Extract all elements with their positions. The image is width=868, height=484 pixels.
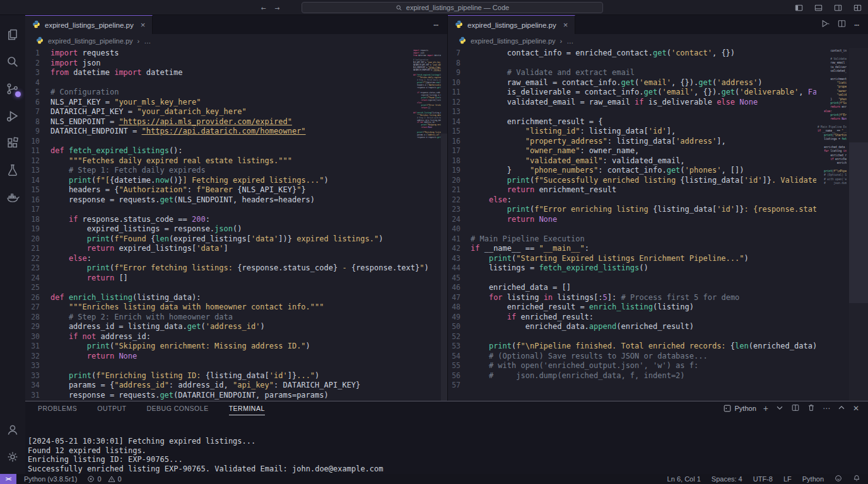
code-line: 55 # with open('enriched_output.json', '… xyxy=(448,361,816,371)
testing-icon[interactable] xyxy=(0,156,25,183)
code-text: print("Starting Expired Listings Enrichm… xyxy=(471,254,749,264)
new-terminal-icon[interactable]: + xyxy=(763,403,768,413)
forward-button[interactable]: → xyxy=(275,3,280,13)
line-number: 45 xyxy=(448,274,471,284)
code-text: enriched_result = enrich_listing(listing… xyxy=(471,302,694,313)
docker-icon[interactable] xyxy=(0,183,25,210)
code-line: 24 return None xyxy=(448,215,816,225)
command-center-search[interactable]: expired_listings_pipeline — Code xyxy=(302,2,603,13)
toggle-panel-icon[interactable] xyxy=(812,3,824,13)
tab-close-icon[interactable]: × xyxy=(141,20,146,30)
code-line: 3from datetime import datetime xyxy=(25,68,440,78)
code-text: # Main Pipeline Execution xyxy=(471,234,585,245)
line-number: 21 xyxy=(25,244,50,254)
editor-more-actions-icon[interactable]: ⋯ xyxy=(854,20,859,30)
breadcrumb[interactable]: expired_listings_pipeline.py › … xyxy=(448,34,868,48)
python-interpreter-status[interactable]: Python (v3.8.5r1) xyxy=(24,475,77,483)
status-item-utf-8[interactable]: UTF-8 xyxy=(753,475,773,483)
status-item-ln-6-col-1[interactable]: Ln 6, Col 1 xyxy=(667,475,701,483)
source-control-icon[interactable] xyxy=(0,75,25,102)
line-number: 14 xyxy=(25,176,50,186)
panel-tab-output[interactable]: OUTPUT xyxy=(97,401,126,415)
maximize-panel-icon[interactable] xyxy=(837,403,846,414)
account-icon[interactable] xyxy=(0,416,25,443)
code-text: # with open('enriched_output.json', 'w')… xyxy=(471,361,698,371)
customize-layout-icon[interactable] xyxy=(852,3,863,13)
code-line: 30 if not address_id: xyxy=(25,332,440,342)
search-icon[interactable] xyxy=(0,48,25,75)
code-line: 19 } "phone_numbers": contact_info.get('… xyxy=(448,166,816,176)
panel-tab-problems[interactable]: PROBLEMS xyxy=(38,401,77,415)
breadcrumb[interactable]: expired_listings_pipeline.py › … xyxy=(25,34,447,48)
extensions-icon[interactable] xyxy=(0,129,25,156)
line-number: 47 xyxy=(448,293,471,303)
code-text: import json xyxy=(50,59,100,69)
line-number: 22 xyxy=(25,254,50,264)
code-text: else: xyxy=(50,254,91,264)
panel-tab-terminal[interactable]: TERMINAL xyxy=(229,401,265,415)
breadcrumb-separator: › xyxy=(138,37,140,45)
code-text: print(f"Error enriching listing {listing… xyxy=(471,205,816,215)
code-line: 13 xyxy=(448,107,816,117)
panel-header: PROBLEMSOUTPUTDEBUG CONSOLETERMINAL Pyth… xyxy=(0,401,868,415)
minimap[interactable]: contact_info = enriched_contact.get('con… xyxy=(818,49,847,192)
back-button[interactable]: ← xyxy=(261,3,266,13)
problems-status[interactable]: 0 0 xyxy=(87,475,121,483)
line-number: 32 xyxy=(25,352,50,362)
editor-more-actions-icon[interactable]: ⋯ xyxy=(433,20,438,30)
code-line: 26def enrich_listing(listing_data): xyxy=(25,293,440,303)
settings-icon[interactable] xyxy=(0,443,25,470)
line-number: 46 xyxy=(448,283,471,293)
minimap[interactable]: import requestsimport jsonfrom datetime … xyxy=(413,49,441,139)
line-number: 16 xyxy=(448,137,471,147)
kill-terminal-icon[interactable] xyxy=(807,403,816,414)
toggle-sidebar-icon[interactable] xyxy=(793,3,804,13)
terminal-shell-chip[interactable]: Python xyxy=(723,404,756,413)
split-editor-icon[interactable] xyxy=(837,19,847,30)
breadcrumb-file: expired_listings_pipeline.py xyxy=(48,37,133,45)
code-line: 12 validated_email = raw_email if is_del… xyxy=(448,98,816,108)
status-item-spaces-4[interactable]: Spaces: 4 xyxy=(712,475,742,483)
tab-expired-listings-pipeline[interactable]: expired_listings_pipeline.py × xyxy=(448,15,575,34)
notifications-bell-icon[interactable] xyxy=(853,475,860,483)
line-number: 20 xyxy=(448,176,471,186)
panel-more-actions-icon[interactable]: ⋯ xyxy=(823,404,830,413)
code-text: return None xyxy=(50,352,137,362)
code-text xyxy=(50,137,55,147)
code-line: 11def fetch_expired_listings(): xyxy=(25,146,440,156)
explorer-icon[interactable] xyxy=(0,21,25,48)
status-item-python[interactable]: Python xyxy=(802,475,824,483)
terminal-dropdown-icon[interactable] xyxy=(775,403,784,414)
code-editor[interactable]: 1import requests2import json3from dateti… xyxy=(25,48,447,401)
title-bar: ← → expired_listings_pipeline — Code xyxy=(0,0,868,15)
panel-tab-debug-console[interactable]: DEBUG CONSOLE xyxy=(147,401,209,415)
code-line: 10 xyxy=(25,137,440,147)
scrollbar[interactable] xyxy=(849,48,868,401)
code-text: # Step 2: Enrich with homeowner data xyxy=(50,313,233,323)
line-number: 1 xyxy=(25,49,50,59)
tab-close-icon[interactable]: × xyxy=(563,20,568,30)
code-line: 16 response = requests.get(NLS_ENDPOINT,… xyxy=(25,195,440,205)
tab-expired-listings-pipeline[interactable]: expired_listings_pipeline.py × xyxy=(25,15,153,34)
split-terminal-icon[interactable] xyxy=(791,403,800,414)
run-debug-icon[interactable] xyxy=(0,102,25,129)
line-number: 15 xyxy=(25,185,50,195)
line-number: 54 xyxy=(448,352,471,362)
line-number: 41 xyxy=(448,234,471,245)
code-editor[interactable]: 7 contact_info = enriched_contact.get('c… xyxy=(448,48,868,401)
code-text: DATARICH_API_KEY = "your_datarich_key_he… xyxy=(50,107,247,117)
status-item-lf[interactable]: LF xyxy=(783,475,792,483)
run-python-file-icon[interactable] xyxy=(820,19,830,30)
feedback-icon[interactable] xyxy=(835,475,842,483)
close-panel-icon[interactable]: ✕ xyxy=(853,404,859,413)
line-number: 21 xyxy=(448,185,471,195)
scrollbar[interactable] xyxy=(441,134,447,401)
line-number: 11 xyxy=(25,146,50,156)
scrollbar-slider[interactable] xyxy=(849,142,868,303)
line-number: 13 xyxy=(448,107,471,117)
toggle-secondary-sidebar-icon[interactable] xyxy=(832,3,843,13)
code-line: 17 xyxy=(25,205,440,215)
code-line: 44 listings = fetch_expired_listings() xyxy=(448,263,816,274)
remote-indicator[interactable]: >< xyxy=(0,474,16,484)
line-number: 29 xyxy=(25,322,50,332)
